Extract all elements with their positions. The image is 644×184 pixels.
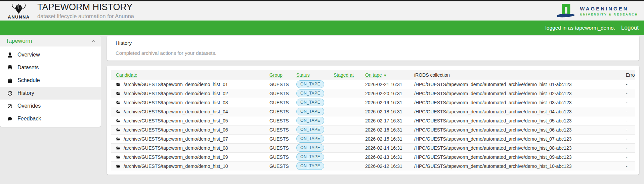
status-badge: ON_TAPE: [296, 99, 324, 106]
folder-open-icon: [116, 119, 121, 123]
wageningen-arch-icon: [556, 3, 576, 19]
wageningen-logo: WAGENINGEN UNIVERSITY & RESEARCH: [556, 3, 638, 19]
cell-irods-collection: /HPC/GUESTS/tapeworm_demo/automated_arch…: [410, 134, 621, 143]
status-badge: ON_TAPE: [296, 135, 324, 143]
candidate-path: /archive/GUESTS/tapeworm_demo/demo_hist_…: [124, 136, 228, 142]
brand-titles: TAPEWORM HISTORY dataset lifecycle autom…: [37, 2, 134, 20]
cell-error: -: [621, 143, 635, 152]
table-row: /archive/GUESTS/tapeworm_demo/demo_hist_…: [111, 107, 635, 116]
status-badge: ON_TAPE: [296, 162, 324, 170]
content: Tapeworm OverviewDatasetsScheduleHistory…: [0, 35, 644, 184]
cell-group: GUESTS: [265, 125, 292, 134]
cell-candidate: /archive/GUESTS/tapeworm_demo/demo_hist_…: [111, 134, 265, 143]
status-badge: ON_TAPE: [296, 108, 324, 115]
session-bar: logged in as tapeworm_demo. Logout: [0, 21, 644, 35]
candidate-path: /archive/GUESTS/tapeworm_demo/demo_hist_…: [124, 91, 228, 96]
cell-group: GUESTS: [265, 134, 292, 143]
cell-group: GUESTS: [265, 98, 292, 107]
cell-error: -: [621, 152, 635, 161]
cell-group: GUESTS: [265, 161, 292, 171]
cell-staged-at: [329, 89, 360, 98]
cell-status: ON_TAPE: [292, 134, 329, 143]
sidebar-item-feedback[interactable]: Feedback: [0, 112, 101, 125]
cell-irods-collection: /HPC/GUESTS/tapeworm_demo/automated_arch…: [410, 152, 621, 161]
sidebar-item-overrides[interactable]: Overrides: [0, 100, 101, 112]
wageningen-line2: UNIVERSITY & RESEARCH: [580, 12, 638, 16]
folder-open-icon: [116, 91, 121, 96]
cell-irods-collection: /HPC/GUESTS/tapeworm_demo/automated_arch…: [410, 125, 621, 134]
candidate-path: /archive/GUESTS/tapeworm_demo/demo_hist_…: [124, 82, 228, 87]
sort-link-status[interactable]: Status: [296, 72, 310, 78]
cell-error: -: [621, 107, 635, 116]
wageningen-logo-text: WAGENINGEN UNIVERSITY & RESEARCH: [580, 6, 638, 16]
cell-group: GUESTS: [265, 116, 292, 125]
sidebar-item-datasets[interactable]: Datasets: [0, 61, 101, 74]
status-badge: ON_TAPE: [296, 144, 324, 152]
calendar-icon: [7, 78, 12, 83]
cell-error: -: [621, 80, 635, 89]
cell-irods-collection: /HPC/GUESTS/tapeworm_demo/automated_arch…: [410, 98, 621, 107]
chevron-up-icon: [91, 39, 96, 43]
history-table-card: CandidateGroupStatusStaged atOn tape▼iRO…: [107, 66, 639, 175]
column-header-label: Error: [626, 72, 635, 78]
sort-desc-icon: ▼: [383, 73, 387, 77]
candidate-path: /archive/GUESTS/tapeworm_demo/demo_hist_…: [124, 163, 228, 169]
cell-irods-collection: /HPC/GUESTS/tapeworm_demo/automated_arch…: [410, 116, 621, 125]
cell-error: -: [621, 98, 635, 107]
folder-open-icon: [116, 82, 121, 86]
sort-link-group[interactable]: Group: [269, 72, 283, 78]
cell-staged-at: [329, 107, 360, 116]
status-badge: ON_TAPE: [296, 153, 324, 161]
logout-button[interactable]: Logout: [621, 25, 639, 31]
sort-link-staged-at[interactable]: Staged at: [334, 72, 354, 78]
goat-skull-icon: [10, 3, 28, 15]
status-badge: ON_TAPE: [296, 80, 324, 88]
folder-open-icon: [116, 101, 121, 105]
cell-group: GUESTS: [265, 107, 292, 116]
sidebar-nav: OverviewDatasetsScheduleHistoryOverrides…: [0, 46, 101, 126]
status-badge: ON_TAPE: [296, 89, 324, 97]
cell-staged-at: [329, 80, 360, 89]
sidebar-item-history[interactable]: History: [0, 87, 101, 100]
sidebar-item-label: Overview: [17, 52, 40, 58]
cell-candidate: /archive/GUESTS/tapeworm_demo/demo_hist_…: [111, 80, 265, 89]
cell-status: ON_TAPE: [292, 89, 329, 98]
cell-status: ON_TAPE: [292, 125, 329, 134]
column-header-status: Status: [292, 70, 329, 80]
wageningen-line1: WAGENINGEN: [580, 6, 638, 11]
cell-on-tape: 2026-02-17 16:31: [360, 116, 410, 125]
cell-on-tape: 2026-02-16 16:31: [360, 125, 410, 134]
cell-group: GUESTS: [265, 152, 292, 161]
column-header-candidate: Candidate: [111, 70, 265, 80]
sidebar-section-tapeworm[interactable]: Tapeworm: [0, 36, 101, 46]
table-header-row: CandidateGroupStatusStaged atOn tape▼iRO…: [111, 70, 635, 80]
cell-on-tape: 2026-02-18 16:31: [360, 107, 410, 116]
comment-icon: [7, 116, 12, 121]
candidate-path: /archive/GUESTS/tapeworm_demo/demo_hist_…: [124, 109, 228, 114]
sidebar-item-overview[interactable]: Overview: [0, 48, 101, 61]
status-badge: ON_TAPE: [296, 117, 324, 124]
ban-icon: [7, 104, 12, 109]
app-header: ANUNNA TAPEWORM HISTORY dataset lifecycl…: [0, 1, 644, 21]
cell-error: -: [621, 116, 635, 125]
section-title: History: [116, 40, 631, 46]
cell-status: ON_TAPE: [292, 80, 329, 89]
cell-irods-collection: /HPC/GUESTS/tapeworm_demo/automated_arch…: [410, 161, 621, 171]
column-header-group: Group: [265, 70, 292, 80]
sort-link-on-tape[interactable]: On tape: [365, 72, 382, 78]
table-row: /archive/GUESTS/tapeworm_demo/demo_hist_…: [111, 152, 635, 161]
cell-on-tape: 2026-02-13 16:31: [360, 152, 410, 161]
cell-status: ON_TAPE: [292, 143, 329, 152]
sidebar-item-label: Schedule: [17, 77, 40, 83]
cell-on-tape: 2026-02-20 16:31: [360, 89, 410, 98]
sidebar-item-schedule[interactable]: Schedule: [0, 74, 101, 87]
column-header-label: iRODS collection: [414, 72, 450, 78]
folder-open-icon: [116, 128, 121, 132]
folder-open-icon: [116, 137, 121, 141]
sort-link-candidate[interactable]: Candidate: [116, 72, 137, 78]
table-row: /archive/GUESTS/tapeworm_demo/demo_hist_…: [111, 143, 635, 152]
page-subtitle: dataset lifecycle automation for Anunna: [37, 13, 134, 20]
column-header-error: Error: [621, 70, 635, 80]
sidebar-item-label: Feedback: [17, 116, 41, 122]
database-icon: [7, 65, 12, 70]
